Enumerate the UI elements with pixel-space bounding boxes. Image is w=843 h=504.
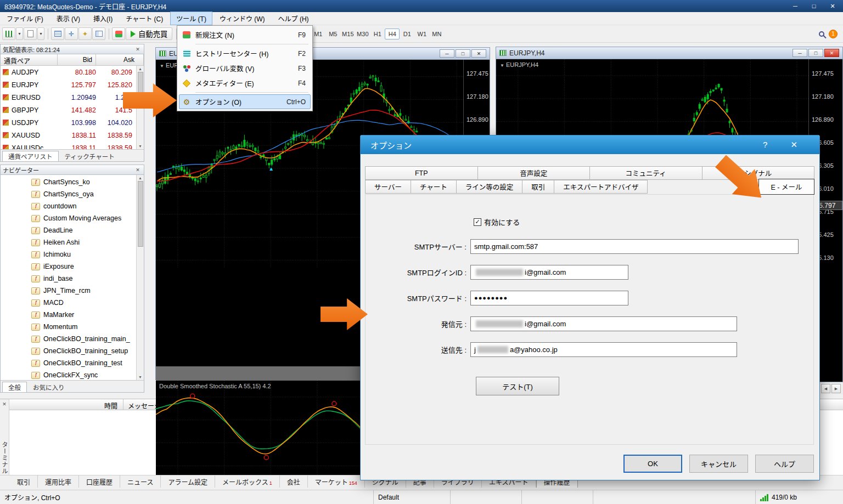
options-tab[interactable]: 取引 (522, 180, 554, 194)
close-icon[interactable]: ✕ (790, 140, 797, 150)
terminal-tab[interactable]: 運用比率 (38, 475, 79, 488)
close-icon[interactable]: ✕ (134, 167, 142, 173)
navigator-item[interactable]: OneClickBO_training_test (1, 357, 144, 369)
menu-bar-item[interactable]: ツール (T) (170, 12, 212, 25)
scroll-left-icon[interactable]: ◀ (821, 384, 830, 393)
options-tab[interactable]: FTP (365, 166, 478, 180)
timeframe-button[interactable]: M5 (325, 29, 340, 39)
menu-item-options[interactable]: ⚙ オプション (O) Ctrl+O (179, 94, 311, 109)
timeframe-button[interactable]: MN (429, 29, 444, 39)
market-watch-toggle[interactable] (51, 27, 64, 40)
navigator-item[interactable]: JPN_Time_rcm (1, 285, 144, 297)
checkbox-checked-icon[interactable]: ✓ (474, 218, 481, 226)
terminal-tab[interactable]: アラーム設定 (161, 475, 215, 488)
terminal-vertical-label[interactable]: ターミナル (0, 441, 9, 474)
chart-restore-icon[interactable]: □ (808, 49, 823, 57)
navigator-item[interactable]: Heiken Ashi (1, 236, 144, 248)
field-input[interactable]: i@gmail.com (470, 265, 628, 280)
chart-minimize-icon[interactable]: ─ (440, 49, 454, 58)
help-icon[interactable]: ? (763, 140, 767, 150)
chart-maximize-icon[interactable]: □ (456, 49, 470, 58)
menu-item-global-variables[interactable]: グローバル変数 (V) F3 (179, 61, 311, 76)
navigator-item[interactable]: countdown (1, 200, 144, 212)
options-tab[interactable]: エキスパートアドバイザ (554, 180, 648, 194)
profiles-button[interactable] (24, 27, 37, 40)
chart-right-titlebar[interactable]: EURJPY,H4 ─ □ ✕ (496, 47, 842, 59)
navigator-item[interactable]: OneClickFX_sync (1, 369, 144, 380)
scroll-up-icon[interactable]: ▲ (138, 176, 142, 180)
scroll-up-icon[interactable]: ▲ (138, 67, 142, 71)
options-tab[interactable]: 音声設定 (477, 166, 591, 180)
notification-badge[interactable]: 1 (829, 30, 838, 38)
terminal-tab[interactable]: マーケット 154 (308, 475, 365, 488)
navigator-scrollbar[interactable]: ▲ ▼ (136, 175, 144, 380)
scroll-right-icon[interactable]: ▶ (831, 384, 841, 393)
maximize-icon[interactable]: □ (806, 1, 822, 11)
column-header-bid[interactable]: Bid (58, 54, 96, 65)
new-order-button[interactable] (112, 27, 125, 40)
menu-item-new-order[interactable]: 新規注文 (N) F9 (179, 27, 311, 42)
auto-trading-button[interactable]: 自動売買 (126, 27, 172, 40)
chart-close-icon[interactable]: ✕ (824, 49, 839, 57)
terminal-tab[interactable]: 会社 (280, 475, 308, 488)
timeframe-button[interactable]: M1 (311, 29, 325, 39)
column-header-time[interactable]: 時間 (9, 399, 123, 410)
scrollbar-thumb[interactable] (138, 181, 143, 247)
timeframe-button[interactable]: H4 (385, 29, 400, 39)
menu-bar-item[interactable]: 挿入(I) (87, 12, 119, 25)
field-input[interactable]: ●●●●●●●● (470, 291, 628, 305)
market-watch-titlebar[interactable]: 気配値表示: 08:21:24 ✕ (1, 44, 144, 54)
menu-bar-item[interactable]: ファイル (F) (1, 12, 49, 25)
ok-button[interactable]: OK (623, 455, 682, 473)
navigator-item[interactable]: ChartSyncs_oya (1, 188, 144, 200)
column-header-symbol[interactable]: 通貨ペア (1, 54, 58, 65)
navigator-item[interactable]: Momentum (1, 321, 144, 333)
navigator-tab[interactable]: 全般 (2, 382, 27, 392)
market-watch-row[interactable]: EURUSD 1.20949 1.209 (1, 91, 144, 104)
navigator-item[interactable]: indi_base (1, 273, 144, 285)
terminal-close-icon[interactable]: ✕ (2, 401, 7, 407)
enable-checkbox-row[interactable]: ✓ 有効にする (474, 217, 520, 227)
new-chart-dropdown[interactable]: ▾ (16, 27, 23, 40)
minimize-icon[interactable]: ─ (787, 1, 803, 11)
market-watch-row[interactable]: GBPJPY 141.482 141.5 (1, 104, 144, 116)
navigator-item[interactable]: MACD (1, 297, 144, 309)
timeframe-button[interactable]: M30 (355, 29, 370, 39)
terminal-tab[interactable]: ニュース (120, 475, 161, 488)
navigator-tab[interactable]: お気に入り (27, 382, 71, 392)
column-header-ask[interactable]: Ask (96, 54, 144, 65)
data-window-toggle[interactable]: ✛ (65, 27, 78, 40)
menu-bar-item[interactable]: ヘルプ (H) (272, 12, 315, 25)
options-tab[interactable]: サーバー (365, 180, 411, 194)
timeframe-button[interactable]: M15 (340, 29, 355, 39)
test-button[interactable]: テスト(T) (476, 377, 559, 395)
menu-bar-item[interactable]: ウィンドウ (W) (213, 12, 271, 25)
cancel-button[interactable]: キャンセル (689, 455, 748, 473)
market-watch-row[interactable]: USDJPY 103.998 104.020 (1, 116, 144, 129)
chart-close-icon[interactable]: ✕ (471, 49, 486, 58)
menu-item-metaeditor[interactable]: メタエディター (E) F4 (179, 76, 311, 90)
menu-bar-item[interactable]: 表示 (V) (50, 12, 86, 25)
status-profile[interactable]: Default (373, 490, 450, 504)
new-chart-button[interactable] (2, 27, 15, 40)
menu-bar-item[interactable]: チャート (C) (120, 12, 169, 25)
scroll-down-icon[interactable]: ▼ (138, 144, 142, 148)
navigator-item[interactable]: Ichimoku (1, 248, 144, 261)
status-connection[interactable]: 419/0 kb (755, 490, 843, 504)
navigator-item[interactable]: OneClickBO_training_setup (1, 345, 144, 357)
options-tab[interactable]: チャート (411, 180, 457, 194)
navigator-item[interactable]: Custom Moving Averages (1, 212, 144, 224)
help-button[interactable]: ヘルプ (755, 455, 814, 473)
options-dialog-titlebar[interactable]: オプション ? ✕ (361, 135, 819, 154)
timeframe-button[interactable]: H1 (370, 29, 385, 39)
market-watch-row[interactable]: XAUUSD 1838.11 1838.59 (1, 129, 144, 141)
navigator-item[interactable]: ChartSyncs_ko (1, 176, 144, 188)
navigator-item[interactable]: OneClickBO_training_main_ (1, 333, 144, 345)
navigator-item[interactable]: MaMarker (1, 309, 144, 321)
terminal-tab[interactable]: 取引 (10, 475, 38, 488)
market-watch-row[interactable]: XAUUSDc 1838.11 1838.59 (1, 141, 144, 149)
navigator-item[interactable]: iExposure (1, 261, 144, 273)
options-tab[interactable]: コミュニティ (589, 166, 702, 180)
menu-item-history-center[interactable]: ヒストリーセンター (H) F2 (179, 46, 311, 61)
navigator-titlebar[interactable]: ナビゲーター ✕ (1, 165, 144, 175)
